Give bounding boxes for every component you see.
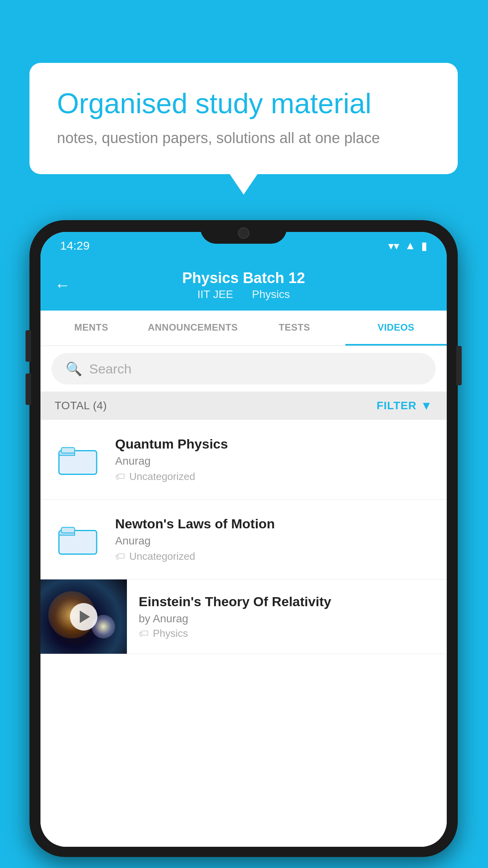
tag-label: Uncategorized bbox=[129, 550, 195, 563]
phone-notch bbox=[200, 220, 287, 244]
filter-funnel-icon: ▼ bbox=[420, 399, 433, 412]
svg-rect-1 bbox=[61, 448, 75, 453]
filter-label: FILTER bbox=[376, 399, 416, 412]
video-tag: 🏷 Uncategorized bbox=[115, 550, 435, 563]
volume-up-button[interactable] bbox=[26, 330, 31, 362]
total-count: TOTAL (4) bbox=[55, 399, 107, 412]
status-time: 14:29 bbox=[60, 239, 90, 252]
subtitle-physics: Physics bbox=[252, 288, 290, 300]
svg-rect-3 bbox=[61, 528, 75, 533]
tag-label: Physics bbox=[153, 627, 188, 640]
list-item[interactable]: Einstein's Theory Of Relativity by Anura… bbox=[40, 579, 447, 654]
tab-videos[interactable]: VIDEOS bbox=[345, 311, 447, 346]
video-author: by Anurag bbox=[139, 612, 435, 625]
signal-icon: ▲ bbox=[405, 239, 416, 252]
video-info: Newton's Laws of Motion Anurag 🏷 Uncateg… bbox=[115, 516, 435, 563]
search-bar[interactable]: 🔍 Search bbox=[51, 353, 436, 384]
app-header: ← Physics Batch 12 IIT JEE Physics bbox=[40, 259, 447, 311]
play-triangle-icon bbox=[80, 611, 90, 623]
bubble-subtitle: notes, question papers, solutions all at… bbox=[57, 130, 430, 147]
front-camera bbox=[238, 227, 250, 239]
battery-icon: ▮ bbox=[421, 239, 427, 252]
search-icon: 🔍 bbox=[66, 361, 82, 377]
tag-icon: 🏷 bbox=[115, 550, 125, 563]
video-author: Anurag bbox=[115, 455, 435, 467]
video-title: Quantum Physics bbox=[115, 436, 435, 452]
wifi-icon: ▾▾ bbox=[388, 239, 399, 252]
subtitle-iit: IIT JEE bbox=[197, 288, 233, 300]
filter-bar: TOTAL (4) FILTER ▼ bbox=[40, 392, 447, 420]
volume-down-button[interactable] bbox=[26, 373, 31, 405]
search-placeholder: Search bbox=[89, 361, 132, 377]
back-button[interactable]: ← bbox=[55, 276, 70, 294]
search-bar-wrap: 🔍 Search bbox=[40, 346, 447, 392]
filter-button[interactable]: FILTER ▼ bbox=[376, 399, 433, 412]
video-tag: 🏷 Uncategorized bbox=[115, 471, 435, 483]
folder-icon bbox=[58, 522, 97, 557]
phone-wrapper: 14:29 ▾▾ ▲ ▮ ← Physics Batch 12 IIT JEE … bbox=[29, 220, 458, 857]
tabs-bar: MENTS ANNOUNCEMENTS TESTS VIDEOS bbox=[40, 311, 447, 346]
play-button[interactable] bbox=[70, 603, 97, 631]
tab-announcements[interactable]: ANNOUNCEMENTS bbox=[142, 311, 244, 346]
phone-frame: 14:29 ▾▾ ▲ ▮ ← Physics Batch 12 IIT JEE … bbox=[29, 220, 458, 857]
status-icons: ▾▾ ▲ ▮ bbox=[388, 239, 427, 252]
folder-icon-wrap bbox=[52, 434, 103, 485]
video-info: Einstein's Theory Of Relativity by Anura… bbox=[139, 586, 435, 647]
screen-content: ← Physics Batch 12 IIT JEE Physics MENTS… bbox=[40, 259, 447, 847]
folder-icon bbox=[58, 442, 97, 477]
tab-tests[interactable]: TESTS bbox=[244, 311, 345, 346]
speech-bubble: Organised study material notes, question… bbox=[29, 63, 458, 174]
tag-label: Uncategorized bbox=[129, 471, 195, 483]
tag-icon: 🏷 bbox=[115, 471, 125, 483]
tab-ments[interactable]: MENTS bbox=[40, 311, 142, 346]
header-title: Physics Batch 12 bbox=[182, 270, 305, 287]
list-item[interactable]: Newton's Laws of Motion Anurag 🏷 Uncateg… bbox=[40, 500, 447, 579]
video-title: Einstein's Theory Of Relativity bbox=[139, 594, 435, 609]
video-list: Quantum Physics Anurag 🏷 Uncategorized bbox=[40, 420, 447, 847]
video-tag: 🏷 Physics bbox=[139, 627, 435, 640]
list-item[interactable]: Quantum Physics Anurag 🏷 Uncategorized bbox=[40, 420, 447, 500]
video-title: Newton's Laws of Motion bbox=[115, 516, 435, 531]
video-thumbnail bbox=[40, 579, 127, 654]
video-author: Anurag bbox=[115, 535, 435, 547]
header-subtitle: IIT JEE Physics bbox=[193, 288, 294, 301]
folder-icon-wrap bbox=[52, 514, 103, 565]
tag-icon: 🏷 bbox=[139, 627, 149, 640]
video-info: Quantum Physics Anurag 🏷 Uncategorized bbox=[115, 436, 435, 483]
phone-screen: 14:29 ▾▾ ▲ ▮ ← Physics Batch 12 IIT JEE … bbox=[40, 232, 447, 847]
power-button[interactable] bbox=[456, 346, 462, 385]
bubble-title: Organised study material bbox=[57, 86, 430, 120]
